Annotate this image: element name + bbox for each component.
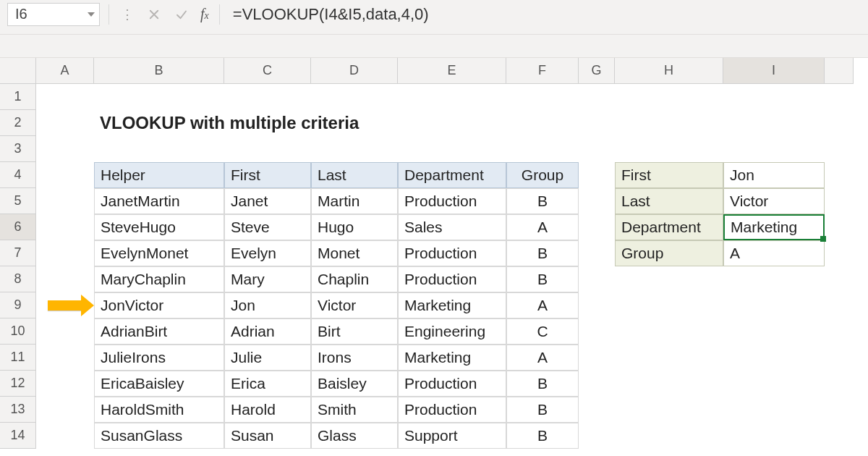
cell[interactable]	[36, 266, 94, 292]
cell[interactable]	[398, 84, 506, 110]
cell[interactable]	[94, 84, 224, 110]
row-header[interactable]: 13	[0, 397, 36, 423]
col-header-G[interactable]: G	[579, 58, 615, 84]
row-header[interactable]: 10	[0, 318, 36, 345]
cell[interactable]	[36, 136, 94, 162]
cell[interactable]	[615, 371, 723, 397]
table-cell[interactable]: Steve	[224, 214, 311, 240]
cell[interactable]	[579, 188, 615, 214]
cell[interactable]	[723, 423, 825, 449]
table-cell[interactable]: MaryChaplin	[94, 266, 224, 292]
row-header[interactable]: 6	[0, 214, 36, 240]
lookup-label[interactable]: Department	[615, 214, 723, 240]
table-cell[interactable]: A	[506, 292, 579, 318]
cell[interactable]	[825, 188, 854, 214]
cell[interactable]	[506, 136, 579, 162]
table-cell[interactable]: A	[506, 214, 579, 240]
table-cell[interactable]: Production	[398, 266, 506, 292]
cell[interactable]	[825, 240, 854, 266]
table-cell[interactable]: Marketing	[398, 345, 506, 371]
table-cell[interactable]: Sales	[398, 214, 506, 240]
cell[interactable]	[615, 345, 723, 371]
cell[interactable]	[36, 84, 94, 110]
table-cell[interactable]: Mary	[224, 266, 311, 292]
row-header[interactable]: 2	[0, 110, 36, 136]
row-header[interactable]: 8	[0, 266, 36, 292]
table-cell[interactable]: EvelynMonet	[94, 240, 224, 266]
table-header[interactable]: Group	[506, 162, 579, 188]
cell[interactable]	[36, 345, 94, 371]
cell[interactable]	[36, 240, 94, 266]
table-cell[interactable]: B	[506, 240, 579, 266]
table-cell[interactable]: Harold	[224, 397, 311, 423]
cell[interactable]	[825, 371, 854, 397]
row-header[interactable]: 5	[0, 188, 36, 214]
cell[interactable]	[311, 84, 398, 110]
cell[interactable]	[723, 292, 825, 318]
cell[interactable]	[723, 266, 825, 292]
table-cell[interactable]: Evelyn	[224, 240, 311, 266]
table-cell[interactable]: JanetMartin	[94, 188, 224, 214]
table-cell[interactable]: B	[506, 188, 579, 214]
cell[interactable]	[615, 84, 723, 110]
table-cell[interactable]: B	[506, 266, 579, 292]
cell[interactable]	[825, 214, 854, 240]
cell[interactable]	[579, 240, 615, 266]
cell[interactable]	[579, 110, 615, 136]
table-cell[interactable]: Production	[398, 188, 506, 214]
worksheet-grid[interactable]: A B C D E F G H I 1 2 VLOOKUP with multi…	[0, 58, 868, 456]
cell[interactable]	[94, 136, 224, 162]
cell[interactable]	[825, 292, 854, 318]
cell[interactable]	[36, 371, 94, 397]
table-cell[interactable]: SteveHugo	[94, 214, 224, 240]
table-cell[interactable]: JulieIrons	[94, 345, 224, 371]
table-cell[interactable]: Susan	[224, 423, 311, 449]
table-header[interactable]: Department	[398, 162, 506, 188]
table-cell[interactable]: Julie	[224, 345, 311, 371]
col-header-E[interactable]: E	[398, 58, 506, 84]
cell[interactable]	[506, 110, 579, 136]
table-cell[interactable]: Erica	[224, 371, 311, 397]
cell[interactable]	[825, 345, 854, 371]
table-cell[interactable]: Glass	[311, 423, 398, 449]
table-header[interactable]: First	[224, 162, 311, 188]
cell[interactable]	[723, 397, 825, 423]
cell[interactable]	[36, 423, 94, 449]
table-header[interactable]: Last	[311, 162, 398, 188]
name-box[interactable]: I6	[7, 3, 100, 26]
cell[interactable]	[36, 318, 94, 345]
cell[interactable]	[579, 136, 615, 162]
table-cell[interactable]: A	[506, 345, 579, 371]
table-cell[interactable]: Production	[398, 397, 506, 423]
cell[interactable]	[36, 162, 94, 188]
cell[interactable]	[506, 84, 579, 110]
cell[interactable]	[224, 136, 311, 162]
cell[interactable]	[224, 84, 311, 110]
cell[interactable]	[825, 397, 854, 423]
row-header[interactable]: 9	[0, 292, 36, 318]
cell[interactable]	[398, 136, 506, 162]
cell[interactable]	[311, 136, 398, 162]
cell[interactable]	[723, 110, 825, 136]
cell[interactable]	[615, 110, 723, 136]
cell[interactable]	[825, 266, 854, 292]
cell[interactable]	[615, 423, 723, 449]
cell[interactable]	[723, 136, 825, 162]
col-header-B[interactable]: B	[94, 58, 224, 84]
table-cell[interactable]: Janet	[224, 188, 311, 214]
cell[interactable]	[825, 423, 854, 449]
lookup-value[interactable]: A	[723, 240, 825, 266]
row-header[interactable]: 12	[0, 371, 36, 397]
cell[interactable]	[36, 397, 94, 423]
select-all-corner[interactable]	[0, 58, 36, 84]
table-cell[interactable]: Baisley	[311, 371, 398, 397]
cancel-formula-button[interactable]	[142, 3, 166, 26]
formula-input[interactable]	[230, 3, 861, 26]
row-header[interactable]: 14	[0, 423, 36, 449]
row-header[interactable]: 4	[0, 162, 36, 188]
cell[interactable]	[36, 188, 94, 214]
cell[interactable]	[579, 162, 615, 188]
cell[interactable]	[825, 136, 854, 162]
cell[interactable]	[579, 84, 615, 110]
cell[interactable]	[579, 371, 615, 397]
